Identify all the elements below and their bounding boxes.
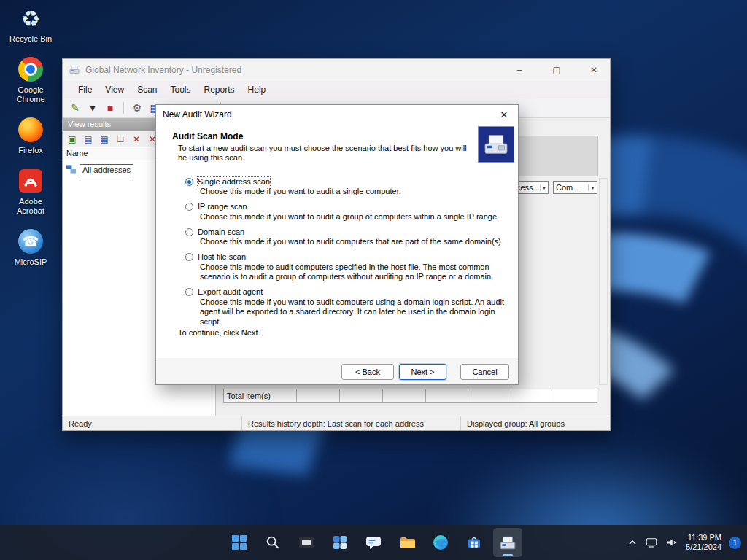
scan-menu-icon[interactable]: ▾ (87, 103, 98, 113)
radio-description: Choose this mode to audit computers spec… (200, 262, 512, 282)
edge-button[interactable] (426, 528, 455, 557)
option-single-address-scan[interactable]: Single address scan Choose this mode if … (185, 176, 512, 197)
dialog-description: To start a new audit scan you must choos… (178, 144, 471, 163)
continue-note: To continue, click Next. (178, 328, 260, 337)
option-host-file-scan[interactable]: Host file scan Choose this mode to audit… (185, 252, 512, 282)
radio-label[interactable]: Host file scan (198, 252, 246, 262)
scan-wizard-icon[interactable]: ✎ (69, 103, 81, 113)
grid-icon[interactable]: ▦ (99, 134, 109, 144)
desktop-icon-label: Recycle Bin (9, 34, 52, 44)
desktop-icon-google-chrome[interactable]: Google Chrome (4, 55, 57, 104)
vertical-scrollbar[interactable] (599, 178, 608, 385)
recycle-bin-icon: ♻ (21, 6, 41, 31)
radio-label[interactable]: IP range scan (198, 202, 247, 211)
group-view-icon[interactable]: ▤ (83, 134, 93, 144)
option-ip-range-scan[interactable]: IP range scan Choose this mode if you wa… (185, 202, 512, 222)
dialog-titlebar[interactable]: New Audit Wizard ✕ (156, 105, 518, 124)
options-icon[interactable]: ⚙ (131, 103, 143, 113)
chevron-down-icon[interactable]: ▾ (588, 184, 597, 191)
desktop-icon-firefox[interactable]: Firefox (4, 116, 57, 155)
volume-icon[interactable] (665, 536, 678, 549)
desktop-icon-list: ♻ Recycle Bin Google Chrome Firefox Adob… (4, 4, 57, 267)
task-view-icon (298, 534, 315, 551)
stop-scan-icon[interactable]: ■ (104, 103, 116, 113)
taskbar-clock[interactable]: 11:39 PM 5/21/2024 (686, 533, 721, 552)
network-icon[interactable] (645, 536, 658, 549)
file-explorer-button[interactable] (392, 528, 422, 557)
delete-address-icon[interactable]: ✕ (131, 134, 142, 144)
total-cell (554, 389, 597, 402)
cancel-button[interactable]: Cancel (460, 364, 509, 380)
radio-button[interactable] (185, 288, 193, 296)
gni-taskbar-button[interactable] (493, 528, 522, 557)
desktop-icon-label: Adobe Acrobat (4, 197, 57, 216)
option-export-audit-agent[interactable]: Export audit agent Choose this mode if y… (185, 287, 512, 327)
search-button[interactable] (258, 528, 287, 557)
window-title: Global Network Inventory - Unregistered (85, 65, 498, 75)
firefox-icon (18, 117, 43, 142)
status-displayed-group: Displayed group: All groups (461, 416, 610, 430)
radio-button[interactable] (185, 253, 193, 261)
option-domain-scan[interactable]: Domain scan Choose this mode if you want… (185, 227, 512, 247)
radio-button[interactable] (185, 228, 193, 236)
desktop-icon-label: Google Chrome (4, 85, 57, 104)
filter-value: Com... (556, 183, 579, 192)
radio-description: Choose this mode if you want to audit a … (200, 187, 512, 197)
search-icon (265, 534, 281, 551)
column-filter-dropdown[interactable]: Com... ▾ (553, 181, 597, 194)
status-history-depth: Results history depth: Last scan for eac… (242, 416, 461, 430)
next-button[interactable]: Next > (399, 364, 446, 380)
notification-badge[interactable]: 1 (729, 537, 741, 549)
chevron-down-icon[interactable]: ▾ (540, 184, 548, 191)
radio-button[interactable] (185, 203, 193, 211)
total-label-cell: Total item(s) (224, 389, 297, 402)
widgets-icon (331, 534, 349, 551)
radio-label[interactable]: Export audit agent (198, 287, 263, 297)
menu-tools[interactable]: Tools (164, 82, 198, 97)
status-ready: Ready (63, 416, 242, 430)
window-titlebar[interactable]: Global Network Inventory - Unregistered … (63, 59, 610, 81)
close-button[interactable]: ✕ (578, 59, 610, 81)
clock-date: 5/21/2024 (686, 542, 721, 552)
total-cell (297, 389, 340, 402)
minimize-button[interactable]: – (503, 59, 535, 81)
desktop-icon-microsip[interactable]: ☎ MicroSIP (4, 228, 57, 267)
start-button[interactable] (225, 528, 254, 557)
menu-scan[interactable]: Scan (131, 82, 163, 97)
menu-view[interactable]: View (98, 82, 131, 97)
menu-reports[interactable]: Reports (198, 82, 241, 97)
menu-file[interactable]: File (71, 82, 98, 97)
windows-logo-icon (231, 534, 248, 551)
store-icon (465, 534, 483, 551)
desktop-icon-label: MicroSIP (15, 257, 47, 267)
taskbar-center (225, 525, 522, 560)
folder-icon (398, 534, 416, 551)
scan-mode-options: Single address scan Choose this mode if … (185, 176, 512, 332)
task-view-button[interactable] (292, 528, 321, 557)
maximize-button[interactable]: ▢ (541, 59, 573, 81)
scan-host-icon[interactable]: ▣ (67, 134, 77, 144)
radio-label[interactable]: Domain scan (198, 228, 244, 237)
filter-value: cess... (516, 183, 540, 192)
chat-button[interactable] (359, 528, 388, 557)
tree-item-label[interactable]: All addresses (80, 164, 133, 176)
radio-button[interactable] (185, 178, 193, 186)
total-cell (383, 389, 426, 402)
app-icon (69, 63, 80, 77)
radio-label[interactable]: Single address scan (198, 177, 270, 187)
dialog-close-icon[interactable]: ✕ (497, 109, 511, 120)
status-bar: Ready Results history depth: Last scan f… (63, 416, 610, 430)
radio-description: Choose this mode if you want to audit co… (200, 298, 512, 327)
widgets-button[interactable] (325, 528, 355, 557)
total-cell (511, 389, 554, 402)
back-button[interactable]: < Back (341, 364, 394, 380)
radio-description: Choose this mode if you want to audit co… (200, 237, 512, 247)
clear-icon[interactable]: ☐ (115, 134, 125, 144)
microsip-phone-icon: ☎ (18, 229, 43, 254)
tray-chevron-up-icon[interactable] (627, 537, 638, 548)
store-button[interactable] (460, 528, 489, 557)
desktop-icon-adobe-acrobat[interactable]: Adobe Acrobat (4, 167, 57, 216)
menu-help[interactable]: Help (241, 82, 273, 97)
desktop-icon-recycle-bin[interactable]: ♻ Recycle Bin (4, 4, 57, 44)
column-filter-dropdown[interactable]: cess... ▾ (514, 181, 549, 194)
